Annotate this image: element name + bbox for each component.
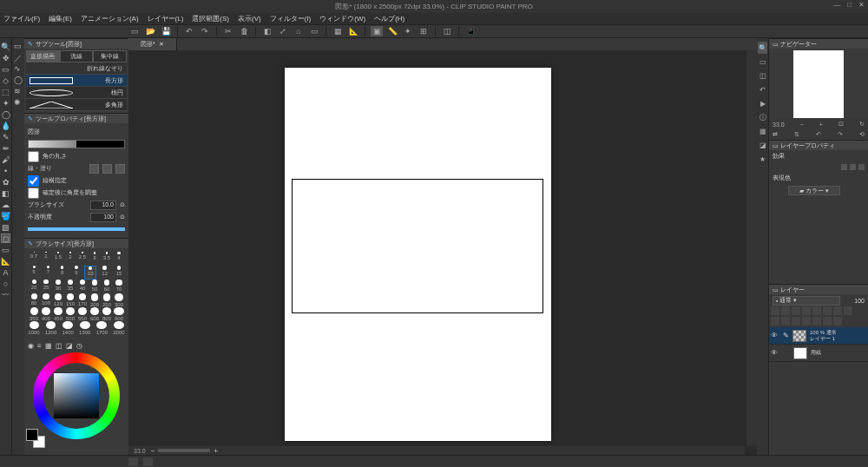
brush-size-1[interactable]: 1: [40, 252, 52, 266]
brush-size-800[interactable]: 800: [101, 307, 113, 321]
effect-tone-icon[interactable]: [850, 164, 856, 170]
navigator-tab-icon[interactable]: 🔍: [758, 42, 767, 54]
operation-tool-icon[interactable]: ▭: [1, 64, 10, 74]
minimize-button[interactable]: —: [833, 1, 840, 9]
lock-alpha-icon[interactable]: [771, 306, 779, 315]
nav-zoomin-icon[interactable]: +: [819, 122, 823, 128]
blend-mode-select[interactable]: ▪ 通常 ▾: [773, 296, 840, 306]
save-icon[interactable]: 💾: [160, 26, 172, 36]
layerprop-header[interactable]: ▭ レイヤープロパティ: [769, 140, 868, 150]
fill-icon[interactable]: ◧: [261, 26, 273, 36]
menu-animation[interactable]: アニメーション(A): [81, 14, 139, 23]
layer-item[interactable]: 👁 用紙: [769, 345, 868, 362]
brush-size-150[interactable]: 150: [64, 293, 76, 307]
brush-size-2.5[interactable]: 2.5: [76, 252, 89, 266]
shape-rect-icon[interactable]: ▭: [12, 42, 24, 51]
lasso-tool-icon[interactable]: ◯: [1, 109, 10, 119]
shape-saturated-icon[interactable]: ✺: [12, 98, 24, 108]
shape-item-rect[interactable]: 長方形: [26, 75, 127, 87]
decoration-tool-icon[interactable]: ✿: [1, 177, 10, 187]
color-intermediate-tab-icon[interactable]: ◫: [56, 342, 62, 352]
ruler-tool-icon[interactable]: 📐: [1, 256, 10, 266]
visibility-icon[interactable]: 👁: [771, 332, 779, 339]
brush-size-50[interactable]: 50: [89, 280, 101, 293]
navigator-header[interactable]: ▭ ナビゲーター: [769, 38, 868, 49]
scrollbar-horizontal[interactable]: 33.0 − +: [128, 446, 745, 455]
color-wheel-tab-icon[interactable]: ◉: [28, 342, 34, 352]
menu-layer[interactable]: レイヤー(L): [148, 14, 184, 23]
material-tab-icon[interactable]: ▦: [758, 125, 767, 137]
brushsize-input[interactable]: 10.0: [90, 201, 116, 210]
brush-size-1700[interactable]: 1700: [95, 321, 108, 335]
nav-flip-v-icon[interactable]: ⇅: [794, 131, 799, 138]
layer-move-tool-icon[interactable]: ◇: [1, 76, 10, 85]
brush-size-170[interactable]: 170: [76, 293, 89, 307]
color-history-tab-icon[interactable]: ◷: [76, 342, 82, 352]
grid-icon[interactable]: ▦: [332, 26, 344, 36]
expression-select[interactable]: ▰ カラー ▾: [788, 186, 840, 195]
opacity-slider[interactable]: [28, 227, 125, 231]
menu-filter[interactable]: フィルター(I): [270, 14, 312, 23]
menu-help[interactable]: ヘルプ(H): [374, 14, 404, 23]
home-icon[interactable]: ⌂: [293, 26, 305, 36]
brush-size-35[interactable]: 35: [64, 280, 76, 293]
correct-tool-icon[interactable]: 〰: [1, 290, 10, 299]
timeline-icon[interactable]: [128, 457, 138, 466]
brush-size-1200[interactable]: 1200: [45, 321, 57, 335]
tab-stream[interactable]: 流線: [60, 50, 94, 62]
toolprop-panel-header[interactable]: ✎ツールプロパティ[長方形]: [24, 113, 128, 123]
nav-reset-icon[interactable]: ⟲: [859, 131, 865, 138]
animation-icon[interactable]: [143, 457, 153, 466]
nav-rotate-r-icon[interactable]: ↷: [838, 131, 843, 138]
ruler-icon[interactable]: 📐: [347, 26, 359, 36]
sv-picker[interactable]: [54, 373, 99, 418]
mask-enabled-icon[interactable]: [823, 306, 832, 315]
link-icon[interactable]: ⊙: [120, 201, 125, 208]
tab-saturated[interactable]: 集中線: [93, 50, 127, 62]
subtool-panel-header[interactable]: ✎サブツール[図形]: [24, 38, 128, 49]
autoaction-tab-icon[interactable]: ▶: [758, 97, 767, 109]
layer-thumbnail[interactable]: [793, 347, 807, 359]
both-toggle[interactable]: [115, 164, 125, 174]
nav-zoomout-icon[interactable]: −: [800, 122, 804, 128]
nav-rotate-l-icon[interactable]: ↶: [816, 131, 821, 138]
airbrush-tool-icon[interactable]: •: [1, 166, 10, 175]
lock-icon[interactable]: [812, 306, 821, 315]
transfer-icon[interactable]: [792, 317, 800, 326]
effect-border-icon[interactable]: [841, 164, 847, 170]
fill-tool-icon[interactable]: 🪣: [1, 211, 10, 220]
snap-ruler-icon[interactable]: 📏: [386, 26, 398, 36]
shape-stream-icon[interactable]: ≋: [12, 87, 24, 96]
new-icon[interactable]: ▭: [128, 26, 141, 36]
navigator-preview[interactable]: [769, 49, 868, 119]
history-tab-icon[interactable]: ↶: [758, 83, 767, 95]
canvas-page[interactable]: [285, 68, 551, 441]
color-set-tab-icon[interactable]: ▦: [45, 342, 52, 352]
brush-size-1500[interactable]: 1500: [79, 321, 91, 335]
menu-window[interactable]: ウィンドウ(W): [319, 14, 365, 23]
opacity-input[interactable]: 100: [90, 213, 116, 222]
brush-size-200[interactable]: 200: [89, 293, 101, 307]
redo-icon[interactable]: ↷: [199, 26, 211, 36]
material2-tab-icon[interactable]: ◪: [758, 139, 767, 151]
menu-selection[interactable]: 選択範囲(S): [192, 14, 229, 23]
brush-size-1.5[interactable]: 1.5: [52, 252, 64, 266]
brush-size-2000[interactable]: 2000: [113, 321, 125, 335]
brush-size-5[interactable]: 5: [28, 266, 40, 280]
menu-file[interactable]: ファイル(F): [3, 14, 40, 23]
shape-item-polygon[interactable]: 多角形: [26, 99, 127, 111]
clip-mask-icon[interactable]: [781, 306, 790, 315]
link-icon[interactable]: ⊙: [120, 214, 125, 220]
delete-layer-icon[interactable]: [833, 317, 842, 326]
select-icon[interactable]: ▭: [308, 26, 320, 36]
assets-icon[interactable]: ◫: [441, 26, 453, 36]
info-tab-icon[interactable]: ⓘ: [758, 111, 767, 123]
brush-tool-icon[interactable]: 🖌: [1, 155, 10, 164]
menu-edit[interactable]: 編集(E): [49, 14, 72, 23]
itemb-tab-icon[interactable]: ◫: [758, 69, 767, 82]
open-icon[interactable]: 📂: [144, 26, 156, 36]
close-tab-icon[interactable]: ✕: [159, 41, 164, 48]
brush-size-9[interactable]: 9: [70, 266, 82, 280]
balloon-tool-icon[interactable]: ○: [1, 279, 10, 288]
nav-rotate-icon[interactable]: ↻: [859, 121, 865, 128]
